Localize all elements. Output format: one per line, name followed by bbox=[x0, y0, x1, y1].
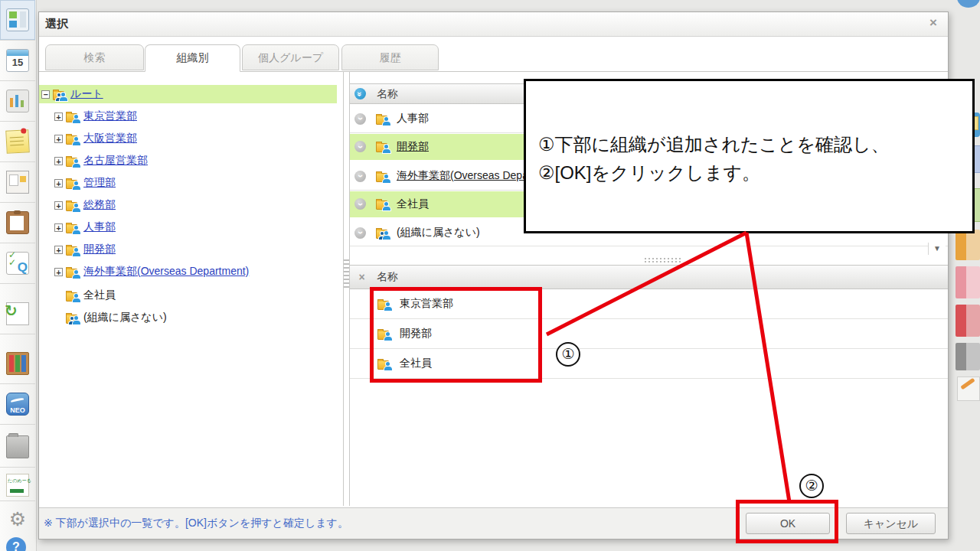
close-icon[interactable]: × bbox=[929, 15, 937, 31]
horizontal-splitter-grip[interactable] bbox=[645, 258, 683, 259]
facility-icon bbox=[6, 90, 29, 112]
add-row-icon[interactable]: › bbox=[354, 227, 366, 239]
selected-list-header: × 名称 bbox=[350, 265, 948, 289]
bulletin-board-icon bbox=[6, 171, 29, 194]
sidebar-item-tanomail[interactable]: たのめーる bbox=[0, 470, 35, 501]
selected-list-header-label: 名称 bbox=[377, 270, 398, 284]
org-person-icon bbox=[66, 244, 81, 256]
tab-search[interactable]: 検索 bbox=[45, 44, 144, 70]
tree-item-label[interactable]: 名古屋営業部 bbox=[83, 154, 148, 168]
tree-item[interactable]: + 人事部 bbox=[54, 218, 116, 236]
sidebar-item-memo[interactable] bbox=[0, 122, 35, 162]
highlight-rect-selected-list bbox=[370, 287, 542, 383]
top-list-header-label: 名称 bbox=[377, 87, 398, 101]
step1-badge: ① bbox=[556, 342, 580, 367]
expand-icon[interactable]: + bbox=[54, 135, 63, 143]
clipboard-icon bbox=[6, 211, 29, 234]
tree-item[interactable]: (組織に属さない) bbox=[66, 308, 167, 327]
collapse-icon[interactable]: − bbox=[41, 90, 50, 99]
sidebar-item-report[interactable] bbox=[0, 203, 35, 243]
background-bar-pink bbox=[956, 266, 980, 298]
org-group-icon bbox=[53, 89, 68, 100]
org-row-label[interactable]: 開発部 bbox=[397, 140, 429, 154]
sidebar-item-bulletin[interactable] bbox=[0, 162, 35, 203]
sidebar-item-schedule[interactable]: 15 bbox=[0, 41, 35, 81]
tree-item-root[interactable]: − ルート bbox=[39, 85, 337, 103]
expand-icon[interactable]: + bbox=[54, 179, 63, 187]
tree-item-label: 全社員 bbox=[83, 289, 116, 302]
gear-icon: ⚙ bbox=[7, 508, 28, 530]
sidebar-item-portal[interactable] bbox=[0, 0, 35, 41]
tree-item-label[interactable]: 管理部 bbox=[83, 176, 116, 190]
screen: 15 Q NEO たのめーる ⚙ ? 選択 × 検索 組織別 個人グループ 履歴 bbox=[0, 0, 980, 551]
expand-icon[interactable]: + bbox=[54, 268, 63, 276]
tree-item-label[interactable]: 東京営業部 bbox=[83, 109, 137, 123]
org-person-icon bbox=[376, 171, 391, 182]
org-person-icon bbox=[66, 290, 81, 302]
tree-item-label[interactable]: 人事部 bbox=[83, 220, 116, 234]
tree-item[interactable]: + 名古屋営業部 bbox=[54, 152, 148, 170]
tree-item[interactable]: + 海外事業部(Overseas Department) bbox=[54, 262, 249, 281]
tree-item[interactable]: + 管理部 bbox=[54, 174, 116, 192]
add-row-icon[interactable]: › bbox=[354, 141, 366, 152]
sidebar-item-circulation[interactable] bbox=[0, 294, 35, 334]
background-bar-orange bbox=[956, 230, 980, 260]
memo-icon bbox=[5, 129, 30, 154]
tab-personal-group[interactable]: 個人グループ bbox=[242, 44, 339, 70]
org-person-icon bbox=[66, 200, 81, 211]
org-group-icon bbox=[66, 312, 81, 324]
sidebar-item-cabinet[interactable] bbox=[0, 344, 35, 384]
org-row-label: 人事部 bbox=[397, 112, 429, 126]
org-person-icon bbox=[66, 133, 81, 145]
remove-all-icon[interactable]: × bbox=[356, 271, 368, 283]
folder-icon bbox=[6, 435, 29, 458]
org-person-icon bbox=[66, 222, 81, 233]
tree-item-label: (組織に属さない) bbox=[83, 311, 167, 324]
calendar-icon: 15 bbox=[6, 49, 29, 72]
tree-item[interactable]: + 大阪営業部 bbox=[54, 129, 137, 148]
expand-icon[interactable]: + bbox=[54, 246, 63, 254]
tree-item-label[interactable]: ルート bbox=[70, 87, 103, 101]
vertical-splitter-grip[interactable] bbox=[344, 259, 349, 288]
scroll-down-icon[interactable]: ▼ bbox=[928, 243, 946, 255]
sidebar-item-folder[interactable] bbox=[0, 427, 35, 468]
expand-icon[interactable]: + bbox=[54, 223, 63, 232]
add-all-icon[interactable]: » bbox=[354, 88, 366, 99]
org-person-icon bbox=[66, 155, 81, 167]
highlight-rect-ok-button bbox=[736, 500, 838, 543]
cancel-button[interactable]: キャンセル bbox=[846, 513, 936, 534]
expand-icon[interactable]: + bbox=[54, 201, 63, 210]
org-person-icon bbox=[376, 198, 391, 210]
tab-by-organization[interactable]: 組織別 bbox=[145, 44, 240, 72]
expand-icon[interactable]: + bbox=[54, 157, 63, 165]
org-person-icon bbox=[66, 178, 81, 189]
tree-item[interactable]: + 開発部 bbox=[54, 240, 116, 259]
tree-item[interactable]: + 東京営業部 bbox=[54, 107, 137, 126]
dialog-titlebar: 選択 × bbox=[39, 12, 948, 37]
org-person-icon bbox=[66, 111, 81, 122]
sidebar-item-facility[interactable] bbox=[0, 81, 35, 122]
add-row-icon[interactable]: › bbox=[354, 113, 366, 125]
tree-item[interactable]: 全社員 bbox=[66, 286, 116, 305]
dialog-title: 選択 bbox=[45, 17, 68, 31]
instruction-line: ①下部に組織が追加されたことを確認し、 bbox=[538, 130, 972, 158]
tree-item-label[interactable]: 大阪営業部 bbox=[83, 132, 137, 145]
background-help-icon bbox=[957, 0, 980, 8]
tree-item[interactable]: + 総務部 bbox=[54, 196, 116, 214]
org-person-icon bbox=[66, 266, 81, 278]
tree-item-label[interactable]: 総務部 bbox=[83, 198, 116, 212]
tree-item-label[interactable]: 開発部 bbox=[83, 243, 116, 256]
org-person-icon bbox=[376, 141, 391, 152]
organization-tree-panel: − ルート + 東京営業部 + 大阪営業部 + 名古屋営業部 + bbox=[39, 72, 344, 506]
tanomail-banner: たのめーる bbox=[6, 474, 29, 497]
sidebar-item-inquiry[interactable]: Q bbox=[0, 243, 35, 284]
sidebar-item-settings[interactable]: ⚙ bbox=[0, 501, 35, 536]
add-row-icon[interactable]: › bbox=[354, 198, 366, 210]
tab-history[interactable]: 履歴 bbox=[341, 44, 439, 70]
instruction-callout: ①下部に組織が追加されたことを確認し、 ②[OK]をクリックします。 bbox=[524, 79, 975, 233]
expand-icon[interactable]: + bbox=[54, 112, 63, 121]
add-row-icon[interactable]: › bbox=[354, 171, 366, 182]
sidebar-item-neo[interactable]: NEO bbox=[0, 384, 35, 425]
help-icon[interactable]: ? bbox=[6, 537, 26, 551]
tree-item-label[interactable]: 海外事業部(Overseas Department) bbox=[83, 265, 249, 279]
